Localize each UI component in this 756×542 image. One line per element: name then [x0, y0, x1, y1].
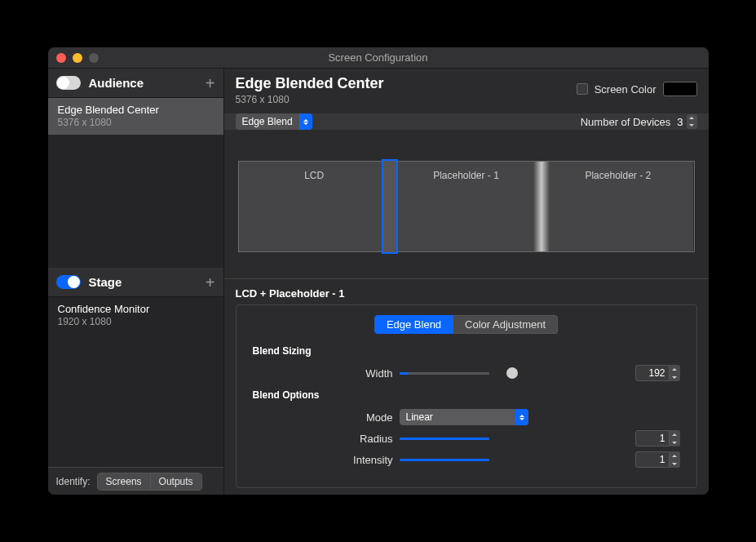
- sidebar-item-name: Edge Blended Center: [58, 104, 214, 116]
- blend-region-selected[interactable]: [382, 159, 398, 254]
- screen-color-label: Screen Color: [595, 83, 657, 96]
- radius-label: Radius: [253, 433, 400, 445]
- num-devices-label: Number of Devices: [581, 116, 671, 128]
- num-devices-control: Number of Devices 3: [581, 114, 697, 129]
- titlebar[interactable]: Screen Configuration: [48, 47, 709, 69]
- sidebar-item-resolution: 1920 x 1080: [58, 316, 214, 327]
- toolbar: Edge Blend Number of Devices 3: [224, 113, 709, 130]
- sidebar: Audience + Edge Blended Center 5376 x 10…: [48, 69, 224, 495]
- mode-label: Mode: [253, 411, 400, 424]
- close-icon[interactable]: [56, 53, 66, 63]
- mode-select[interactable]: Linear: [400, 409, 528, 425]
- blend-region-2[interactable]: [533, 162, 550, 251]
- width-slider[interactable]: [400, 367, 629, 379]
- identify-bar: Identify: Screens Outputs: [48, 467, 223, 495]
- num-devices-stepper[interactable]: 3: [677, 114, 696, 129]
- tab-edge-blend[interactable]: Edge Blend: [374, 315, 453, 334]
- audience-toggle[interactable]: [56, 76, 81, 90]
- chevron-updown-icon: [515, 409, 528, 425]
- stage-label: Stage: [89, 275, 206, 289]
- width-label: Width: [253, 367, 400, 380]
- sidebar-item-stage-0[interactable]: Confidence Monitor 1920 x 1080: [48, 297, 223, 334]
- page-title: Edge Blended Center: [236, 75, 577, 92]
- blend-panel: Edge Blend Color Adjustment Blend Sizing…: [236, 304, 697, 488]
- sidebar-item-name: Confidence Monitor: [58, 303, 214, 315]
- sidebar-item-audience-0[interactable]: Edge Blended Center 5376 x 1080: [48, 98, 223, 135]
- page-resolution: 5376 x 1080: [236, 94, 577, 105]
- traffic-lights: [48, 53, 99, 63]
- screen-layout[interactable]: LCD Placeholder - 1 Placeholder - 2: [238, 161, 695, 252]
- intensity-stepper[interactable]: 1: [635, 451, 680, 468]
- chevron-updown-icon: [299, 113, 312, 130]
- add-stage-button[interactable]: +: [206, 274, 215, 291]
- mode-dropdown[interactable]: Edge Blend: [236, 113, 312, 130]
- main-header: Edge Blended Center 5376 x 1080 Screen C…: [224, 69, 709, 113]
- blend-config: LCD + Placeholder - 1 Edge Blend Color A…: [224, 279, 709, 495]
- audience-section-header: Audience +: [48, 69, 223, 98]
- audience-label: Audience: [89, 76, 206, 90]
- radius-stepper[interactable]: 1: [635, 430, 680, 446]
- window-body: Audience + Edge Blended Center 5376 x 10…: [48, 69, 709, 495]
- blend-sizing-heading: Blend Sizing: [253, 345, 367, 357]
- screen-color-checkbox[interactable]: [577, 83, 588, 95]
- screen-preview: LCD Placeholder - 1 Placeholder - 2: [224, 130, 709, 279]
- add-audience-button[interactable]: +: [206, 75, 215, 91]
- identify-label: Identify:: [56, 476, 91, 487]
- identify-outputs-button[interactable]: Outputs: [150, 473, 201, 490]
- tab-color-adjustment[interactable]: Color Adjustment: [453, 315, 558, 334]
- stage-toggle[interactable]: [56, 275, 81, 289]
- width-stepper[interactable]: 192: [635, 365, 680, 381]
- identify-segmented: Screens Outputs: [97, 473, 202, 491]
- blend-options-heading: Blend Options: [253, 389, 367, 401]
- minimize-icon[interactable]: [73, 53, 82, 63]
- selected-blend-title: LCD + Placeholder - 1: [236, 287, 697, 300]
- blend-tabs: Edge Blend Color Adjustment: [253, 315, 680, 334]
- main-panel: Edge Blended Center 5376 x 1080 Screen C…: [224, 69, 709, 495]
- screen-color-swatch[interactable]: [663, 82, 697, 96]
- stage-section-header: Stage +: [48, 268, 223, 297]
- identify-screens-button[interactable]: Screens: [98, 473, 150, 490]
- screen-2[interactable]: Placeholder - 2: [542, 162, 693, 251]
- intensity-slider[interactable]: [400, 454, 629, 465]
- screen-0[interactable]: LCD: [239, 162, 390, 251]
- radius-slider[interactable]: [400, 433, 629, 444]
- screen-1[interactable]: Placeholder - 1: [390, 162, 542, 251]
- zoom-icon[interactable]: [89, 53, 99, 63]
- intensity-label: Intensity: [253, 454, 400, 466]
- sidebar-item-resolution: 5376 x 1080: [58, 117, 214, 128]
- screen-config-window: Screen Configuration Audience + Edge Ble…: [48, 47, 709, 495]
- window-title: Screen Configuration: [48, 51, 709, 64]
